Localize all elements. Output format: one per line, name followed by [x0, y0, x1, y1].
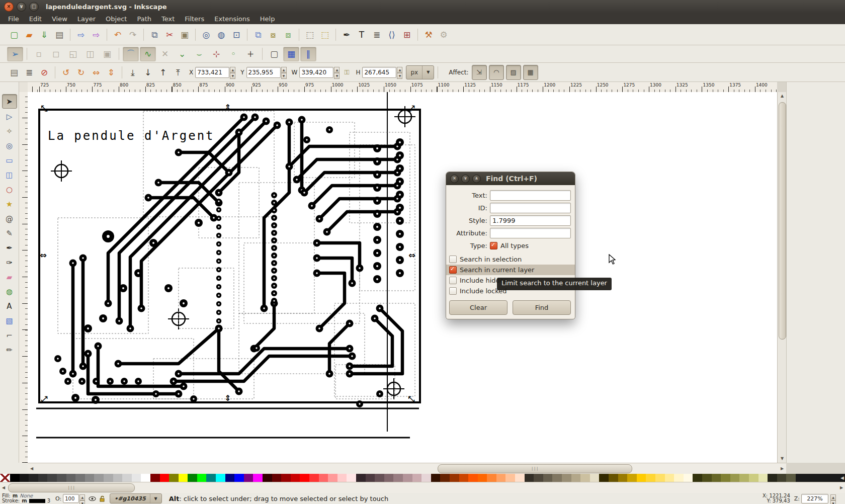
palette-swatch[interactable]	[515, 474, 525, 482]
palette-swatch[interactable]	[684, 474, 693, 482]
deselect-icon[interactable]: ⊘	[37, 65, 51, 79]
paste-icon[interactable]: ▣	[178, 28, 192, 42]
palette-scrollbar[interactable]: ◀ ∣∣∣ ▶	[0, 482, 845, 493]
palette-swatch[interactable]	[403, 474, 412, 482]
palette-swatch[interactable]	[487, 474, 496, 482]
import-icon[interactable]: ⇨	[74, 28, 88, 42]
xml-editor-icon[interactable]: ⟨⟩	[385, 28, 399, 42]
rectangle-tool-icon[interactable]: ▭	[3, 153, 17, 167]
save-icon[interactable]: ⇓	[37, 28, 51, 42]
fill-stroke-indicator[interactable]: Fill:mNone Stroke:m3	[2, 493, 50, 503]
palette-swatch[interactable]	[179, 474, 188, 482]
palette-swatch[interactable]	[141, 474, 150, 482]
select-original-icon[interactable]: ⬚	[303, 28, 317, 42]
scroll-left-icon[interactable]: ◀	[28, 463, 36, 474]
palette-swatch[interactable]	[29, 474, 38, 482]
selection-handle-arrow[interactable]: ⤢	[41, 394, 48, 404]
palette-swatch[interactable]	[459, 474, 469, 482]
select-all-layers-icon[interactable]: ≣	[22, 65, 36, 79]
lock-ratio-icon[interactable]: ⚿	[342, 65, 352, 79]
palette-scroll-left-icon[interactable]: ◀	[0, 482, 7, 493]
palette-swatch[interactable]	[150, 474, 160, 482]
selection-handle-arrow[interactable]: ⇕	[224, 393, 231, 403]
eraser-tool-icon[interactable]: ▰	[3, 270, 17, 284]
palette-swatch[interactable]	[599, 474, 609, 482]
zoom-drawing-icon[interactable]: ◍	[214, 28, 228, 42]
snap-path-intersections-icon[interactable]: ✕	[157, 47, 173, 61]
palette-swatch[interactable]	[665, 474, 674, 482]
open-document-icon[interactable]: ▰	[22, 28, 36, 42]
palette-swatch[interactable]	[272, 474, 282, 482]
palette-swatch[interactable]	[384, 474, 394, 482]
palette-swatch[interactable]	[450, 474, 459, 482]
palette-swatch[interactable]	[300, 474, 309, 482]
palette-swatch[interactable]	[356, 474, 366, 482]
menu-path[interactable]: Path	[132, 14, 156, 24]
palette-swatch[interactable]	[337, 474, 347, 482]
palette-swatch[interactable]	[525, 474, 534, 482]
selection-handle-arrow[interactable]: ⇔	[408, 250, 415, 260]
menu-layer[interactable]: Layer	[72, 14, 101, 24]
snap-to-paths-icon[interactable]: ∿	[140, 47, 156, 61]
snap-bbox-centers-icon[interactable]: ▣	[99, 47, 115, 61]
search-in-current-layer-checkbox[interactable]	[449, 266, 457, 274]
palette-swatch[interactable]	[505, 474, 515, 482]
export-icon[interactable]: ⇨	[89, 28, 103, 42]
x-spinner-arrows[interactable]: ▲▼	[230, 67, 235, 78]
stroke-color-swatch[interactable]	[29, 499, 45, 503]
palette-swatch[interactable]	[552, 474, 562, 482]
y-spinner-arrows[interactable]: ▲▼	[281, 67, 287, 78]
scroll-down-icon[interactable]: ▼	[778, 455, 787, 463]
w-spinner-arrows[interactable]: ▲▼	[334, 67, 340, 78]
palette-swatch[interactable]	[412, 474, 422, 482]
text-dialog-icon[interactable]: T	[355, 28, 369, 42]
palette-swatch[interactable]	[421, 474, 431, 482]
unlink-clone-icon[interactable]: ⧈	[281, 28, 295, 42]
palette-swatch[interactable]	[57, 474, 66, 482]
menu-edit[interactable]: Edit	[24, 14, 47, 24]
palette-swatch[interactable]	[104, 474, 113, 482]
palette-swatch[interactable]	[113, 474, 123, 482]
include-locked-checkbox[interactable]	[449, 287, 457, 295]
scroll-right-icon[interactable]: ▶	[778, 463, 786, 474]
menu-help[interactable]: Help	[255, 14, 280, 24]
horizontal-ruler[interactable]: 7257507758008258508759009259509751000102…	[28, 82, 777, 93]
snap-nodes-icon[interactable]: ⌒	[123, 47, 139, 61]
raise-one-step-icon[interactable]: ↑	[156, 65, 170, 79]
palette-swatch[interactable]	[94, 474, 104, 482]
raise-to-top-icon[interactable]: ⤒	[171, 65, 185, 79]
palette-swatch[interactable]	[291, 474, 300, 482]
palette-swatch[interactable]	[496, 474, 506, 482]
pencil-tool-icon[interactable]: ✎	[3, 226, 17, 240]
affect-move-patterns-icon[interactable]: ▦	[523, 65, 538, 80]
zoom-page-icon[interactable]: ⊡	[229, 28, 243, 42]
palette-scroll-grip[interactable]: ∣∣∣	[8, 483, 135, 492]
id-field-input[interactable]	[490, 203, 571, 213]
palette-swatch[interactable]	[309, 474, 319, 482]
snap-cusp-nodes-icon[interactable]: ⌄	[174, 47, 190, 61]
edit-clone-icon[interactable]: ⬚	[318, 28, 332, 42]
tweak-tool-icon[interactable]: ✧	[3, 124, 17, 138]
window-maximize-button[interactable]: □	[29, 2, 39, 12]
palette-swatch[interactable]	[674, 474, 684, 482]
palette-swatch[interactable]	[216, 474, 225, 482]
selection-handle-arrow[interactable]: ⤢	[408, 104, 415, 113]
enable-snapping-icon[interactable]: ➢	[7, 47, 23, 61]
menu-view[interactable]: View	[47, 14, 72, 24]
palette-swatch[interactable]	[702, 474, 712, 482]
palette-swatch[interactable]	[431, 474, 441, 482]
snap-page-border-icon[interactable]: ▢	[266, 47, 282, 61]
lower-one-step-icon[interactable]: ↓	[141, 65, 155, 79]
text-field-input[interactable]	[490, 190, 571, 201]
palette-swatch[interactable]	[66, 474, 76, 482]
palette-swatch[interactable]	[768, 474, 777, 482]
selection-handle-arrow[interactable]: ⇔	[40, 250, 46, 260]
w-input[interactable]: 339,420	[299, 67, 333, 78]
find-button[interactable]: Find	[513, 300, 571, 315]
find-dialog[interactable]: ×∨∧ Find (Ctrl+F) Text:ID:Style:1.7999At…	[446, 172, 575, 319]
title-bar[interactable]: ×∨□ lapenduledargent.svg - Inkscape	[0, 0, 845, 13]
palette-swatch[interactable]	[85, 474, 95, 482]
h-input[interactable]: 267,645	[362, 67, 396, 78]
palette-swatch[interactable]	[749, 474, 758, 482]
rotate-cw-icon[interactable]: ↻	[74, 65, 88, 79]
